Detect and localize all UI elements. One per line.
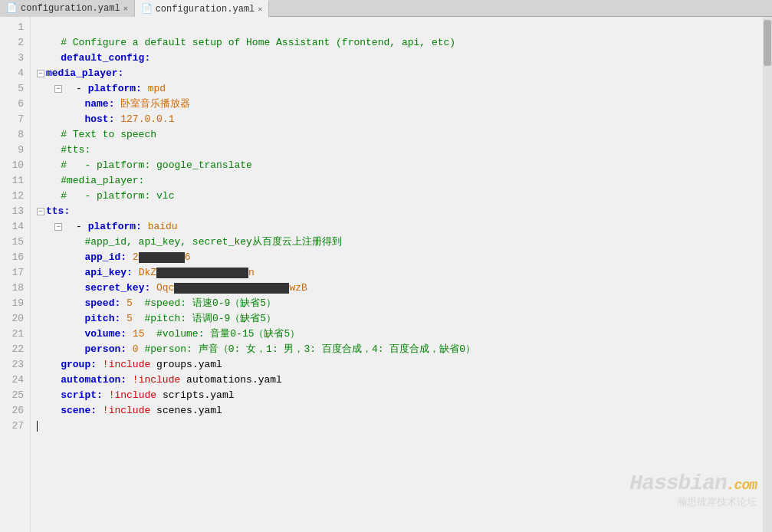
- fold-icon-5[interactable]: −: [54, 85, 62, 93]
- fold-icon-13[interactable]: −: [37, 208, 44, 215]
- ln-3: 3: [0, 51, 30, 66]
- key-3: default_config:: [37, 51, 150, 66]
- text-17: api_key: DkZn: [37, 265, 255, 281]
- fold-icon-14[interactable]: −: [54, 223, 62, 231]
- ln-21: 21: [0, 327, 30, 342]
- ln-14: 14: [0, 219, 30, 235]
- text-23: group: !include groups.yaml: [37, 357, 222, 373]
- cursor: [37, 421, 38, 432]
- ln-16: 16: [0, 250, 30, 265]
- watermark-com: .com: [727, 478, 757, 493]
- code-line-5: − - platform: mpd: [37, 81, 772, 97]
- code-line-7: host: 127.0.0.1: [37, 112, 772, 127]
- tab-icon: 📄: [6, 2, 18, 14]
- ln-23: 23: [0, 357, 30, 373]
- code-line-18: secret_key: OqcwzB: [37, 281, 772, 296]
- code-line-2: # Configure a default setup of Home Assi…: [37, 35, 772, 51]
- text-16: app_id: 26: [37, 250, 190, 265]
- text-22: person: 0 #person: 声音（0: 女，1: 男，3: 百度合成，…: [37, 342, 475, 357]
- fold-icon-4[interactable]: −: [37, 70, 44, 77]
- tab-label: configuration.yaml: [21, 3, 120, 14]
- line-numbers: 1 2 3 4 5 6 7 8 9 10 11 12 13 14 15 16 1…: [0, 17, 31, 532]
- ln-24: 24: [0, 373, 30, 388]
- text-14: - platform: baidu: [64, 219, 177, 235]
- scrollbar-thumb[interactable]: [764, 20, 771, 66]
- code-area[interactable]: # Configure a default setup of Home Assi…: [31, 17, 772, 532]
- ln-2: 2: [0, 35, 30, 51]
- code-line-3: default_config:: [37, 51, 772, 66]
- code-line-25: script: !include scripts.yaml: [37, 388, 772, 403]
- tab-icon-active: 📄: [141, 3, 153, 15]
- key-4: media_player:: [46, 66, 123, 81]
- code-line-17: api_key: DkZn: [37, 265, 772, 281]
- ln-26: 26: [0, 403, 30, 419]
- ln-20: 20: [0, 311, 30, 327]
- text-6: name: 卧室音乐播放器: [37, 97, 190, 112]
- code-line-9: #tts:: [37, 143, 772, 158]
- ln-5: 5: [0, 81, 30, 97]
- ln-13: 13: [0, 204, 30, 219]
- ln-11: 11: [0, 173, 30, 189]
- ln-4: 4: [0, 66, 30, 81]
- text-7: host: 127.0.0.1: [37, 112, 174, 127]
- text-24: automation: !include automations.yaml: [37, 373, 282, 388]
- tab-close-active[interactable]: ✕: [258, 5, 262, 14]
- ln-27: 27: [0, 419, 30, 434]
- text-5: - platform: mpd: [64, 81, 166, 97]
- comment-11: #media_player:: [37, 173, 144, 189]
- key-13: tts:: [46, 204, 70, 219]
- code-line-1: [37, 20, 772, 35]
- ln-19: 19: [0, 296, 30, 311]
- ln-9: 9: [0, 143, 30, 158]
- ln-10: 10: [0, 158, 30, 173]
- watermark: Hassbian.com 瀚思彼岸技术论坛: [629, 471, 757, 509]
- comment-2: # Configure a default setup of Home Assi…: [37, 35, 455, 51]
- code-line-6: name: 卧室音乐播放器: [37, 97, 772, 112]
- ln-8: 8: [0, 127, 30, 143]
- code-line-19: speed: 5 #speed: 语速0-9（缺省5）: [37, 296, 772, 311]
- code-line-8: # Text to speech: [37, 127, 772, 143]
- tab-close[interactable]: ✕: [123, 4, 128, 13]
- tab-inactive[interactable]: 📄 configuration.yaml ✕: [0, 0, 135, 17]
- ln-25: 25: [0, 388, 30, 403]
- code-line-13: −tts:: [37, 204, 772, 219]
- text-18: secret_key: OqcwzB: [37, 281, 307, 296]
- code-line-22: person: 0 #person: 声音（0: 女，1: 男，3: 百度合成，…: [37, 342, 772, 357]
- comment-10: # - platform: google_translate: [37, 158, 252, 173]
- code-line-4: −media_player:: [37, 66, 772, 81]
- code-line-27: [37, 419, 772, 434]
- watermark-brand-text: Hassbian: [629, 471, 726, 495]
- ln-7: 7: [0, 112, 30, 127]
- ln-12: 12: [0, 189, 30, 204]
- scrollbar-vertical[interactable]: [763, 17, 772, 532]
- comment-8: # Text to speech: [37, 127, 156, 143]
- code-line-12: # - platform: vlc: [37, 189, 772, 204]
- code-line-23: group: !include groups.yaml: [37, 357, 772, 373]
- ln-17: 17: [0, 265, 30, 281]
- ln-22: 22: [0, 342, 30, 357]
- code-line-20: pitch: 5 #pitch: 语调0-9（缺省5）: [37, 311, 772, 327]
- comment-15: #app_id, api_key, secret_key从百度云上注册得到: [37, 235, 342, 250]
- tab-active[interactable]: 📄 configuration.yaml ✕: [135, 0, 270, 17]
- watermark-brand: Hassbian.com: [629, 471, 757, 495]
- ln-1: 1: [0, 20, 30, 35]
- code-line-26: scene: !include scenes.yaml: [37, 403, 772, 419]
- text-20: pitch: 5 #pitch: 语调0-9（缺省5）: [37, 311, 276, 327]
- editor: 1 2 3 4 5 6 7 8 9 10 11 12 13 14 15 16 1…: [0, 17, 772, 532]
- text-25: script: !include scripts.yaml: [37, 388, 235, 403]
- code-line-24: automation: !include automations.yaml: [37, 373, 772, 388]
- ln-15: 15: [0, 235, 30, 250]
- ln-18: 18: [0, 281, 30, 296]
- code-line-10: # - platform: google_translate: [37, 158, 772, 173]
- code-line-14: − - platform: baidu: [37, 219, 772, 235]
- tab-label-active: configuration.yaml: [156, 4, 255, 15]
- tab-bar: 📄 configuration.yaml ✕ 📄 configuration.y…: [0, 0, 772, 17]
- comment-9: #tts:: [37, 143, 90, 158]
- text-26: scene: !include scenes.yaml: [37, 403, 222, 419]
- code-line-11: #media_player:: [37, 173, 772, 189]
- comment-12: # - platform: vlc: [37, 189, 174, 204]
- code-line-16: app_id: 26: [37, 250, 772, 265]
- text-21: volume: 15 #volume: 音量0-15（缺省5）: [37, 327, 300, 342]
- code-line-15: #app_id, api_key, secret_key从百度云上注册得到: [37, 235, 772, 250]
- watermark-sub: 瀚思彼岸技术论坛: [629, 495, 757, 509]
